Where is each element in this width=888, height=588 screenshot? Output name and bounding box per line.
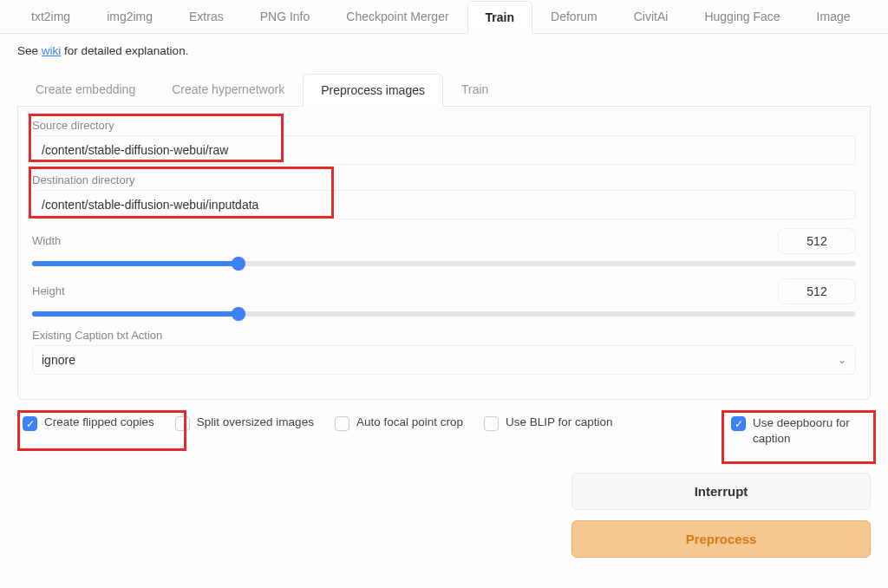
checkbox-box[interactable] (335, 416, 349, 431)
interrupt-button[interactable]: Interrupt (571, 473, 871, 510)
width-slider-fill (32, 261, 238, 266)
checkmark-icon: ✓ (26, 419, 35, 429)
tab-png-info[interactable]: PNG Info (242, 0, 329, 33)
tab-hugging-face[interactable]: Hugging Face (686, 0, 798, 33)
source-directory-input[interactable] (32, 135, 856, 165)
width-slider-thumb[interactable] (232, 257, 245, 271)
checkbox-focal-label: Auto focal point crop (356, 415, 463, 428)
preprocess-button[interactable]: Preprocess (571, 520, 871, 558)
checkbox-auto-focal[interactable]: Auto focal point crop (335, 415, 463, 431)
tab-img2img[interactable]: img2img (88, 0, 171, 33)
height-slider-fill (32, 311, 238, 317)
width-group: Width 512 (32, 228, 856, 266)
subtab-train[interactable]: Train (443, 73, 506, 106)
checkbox-row: ✓ Create flipped copies Split oversized … (17, 400, 871, 454)
subtab-create-embedding[interactable]: Create embedding (17, 73, 153, 106)
height-slider[interactable] (32, 311, 856, 317)
checkbox-box[interactable]: ✓ (731, 416, 746, 431)
checkbox-deepbooru-label: Use deepbooru for caption (753, 415, 857, 447)
height-group: Height 512 (32, 278, 856, 317)
height-value[interactable]: 512 (778, 278, 856, 304)
tab-train[interactable]: Train (467, 1, 532, 34)
chevron-down-icon: ⌄ (838, 354, 846, 366)
height-label: Height (32, 284, 65, 297)
checkbox-box[interactable]: ✓ (23, 416, 37, 431)
action-buttons: Interrupt Preprocess (17, 473, 871, 558)
destination-directory-input[interactable] (32, 190, 856, 219)
wiki-suffix: for detailed explanation. (61, 44, 188, 57)
sub-tabs: Create embedding Create hypernetwork Pre… (17, 73, 871, 107)
checkbox-box[interactable] (484, 416, 499, 431)
checkbox-box[interactable] (175, 416, 190, 431)
destination-directory-group: Destination directory (32, 173, 856, 219)
form-area: Source directory Destination directory W… (17, 107, 871, 400)
checkbox-blip-label: Use BLIP for caption (506, 415, 613, 428)
checkbox-split-oversized[interactable]: Split oversized images (175, 415, 314, 431)
width-label: Width (32, 234, 61, 247)
width-slider[interactable] (32, 261, 856, 266)
source-directory-label: Source directory (32, 119, 856, 132)
tab-civitai[interactable]: CivitAi (616, 0, 687, 33)
checkbox-flipped-label: Create flipped copies (44, 415, 154, 428)
caption-action-group: Existing Caption txt Action ignore ⌄ (32, 329, 856, 375)
destination-directory-label: Destination directory (32, 173, 856, 186)
tab-txt2img[interactable]: txt2img (13, 0, 88, 33)
caption-action-label: Existing Caption txt Action (32, 329, 856, 342)
checkbox-flipped-copies[interactable]: ✓ Create flipped copies (23, 415, 154, 431)
caption-action-select[interactable]: ignore ⌄ (32, 345, 856, 375)
checkbox-split-label: Split oversized images (197, 415, 314, 428)
checkmark-icon: ✓ (735, 419, 743, 429)
checkbox-blip-caption[interactable]: Use BLIP for caption (484, 415, 613, 431)
wiki-prefix: See (17, 44, 42, 57)
source-directory-group: Source directory (32, 119, 856, 165)
tab-image[interactable]: Image (799, 0, 869, 33)
main-tabs: txt2img img2img Extras PNG Info Checkpoi… (0, 0, 888, 34)
width-value[interactable]: 512 (778, 228, 856, 254)
height-slider-thumb[interactable] (232, 307, 245, 321)
tab-extras[interactable]: Extras (171, 0, 242, 33)
subtab-preprocess-images[interactable]: Preprocess images (303, 74, 443, 107)
tab-checkpoint-merger[interactable]: Checkpoint Merger (328, 0, 467, 33)
checkbox-deepbooru-caption[interactable]: ✓ Use deepbooru for caption (731, 415, 857, 447)
wiki-note: See wiki for detailed explanation. (17, 44, 871, 57)
tab-deforum[interactable]: Deforum (532, 0, 616, 33)
wiki-link[interactable]: wiki (42, 44, 62, 57)
subtab-create-hypernetwork[interactable]: Create hypernetwork (153, 73, 303, 106)
caption-action-value: ignore (42, 353, 75, 367)
